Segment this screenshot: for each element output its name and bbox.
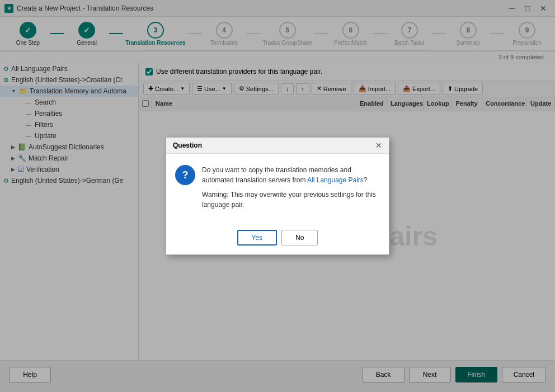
- dialog-title-text: Question: [173, 141, 202, 149]
- dialog-body: ? Do you want to copy the translation me…: [166, 154, 389, 225]
- dialog-buttons: Yes No: [166, 225, 389, 254]
- dialog-message-line1: Do you want to copy the translation memo…: [202, 165, 380, 185]
- dialog-message: Do you want to copy the translation memo…: [202, 165, 380, 214]
- dialog-title-bar: Question ✕: [166, 138, 389, 154]
- warning-prefix: Warning:: [202, 191, 231, 199]
- all-lang-pairs-highlight: All Language Pairs: [307, 176, 364, 184]
- question-dialog: Question ✕ ? Do you want to copy the tra…: [166, 137, 389, 255]
- dialog-question-icon: ?: [175, 165, 195, 185]
- dialog-overlay: Question ✕ ? Do you want to copy the tra…: [0, 0, 555, 392]
- dialog-yes-button[interactable]: Yes: [237, 230, 278, 245]
- dialog-warning: Warning: This may overwrite your previou…: [202, 190, 380, 210]
- dialog-no-button[interactable]: No: [281, 230, 318, 245]
- dialog-close-button[interactable]: ✕: [375, 141, 382, 150]
